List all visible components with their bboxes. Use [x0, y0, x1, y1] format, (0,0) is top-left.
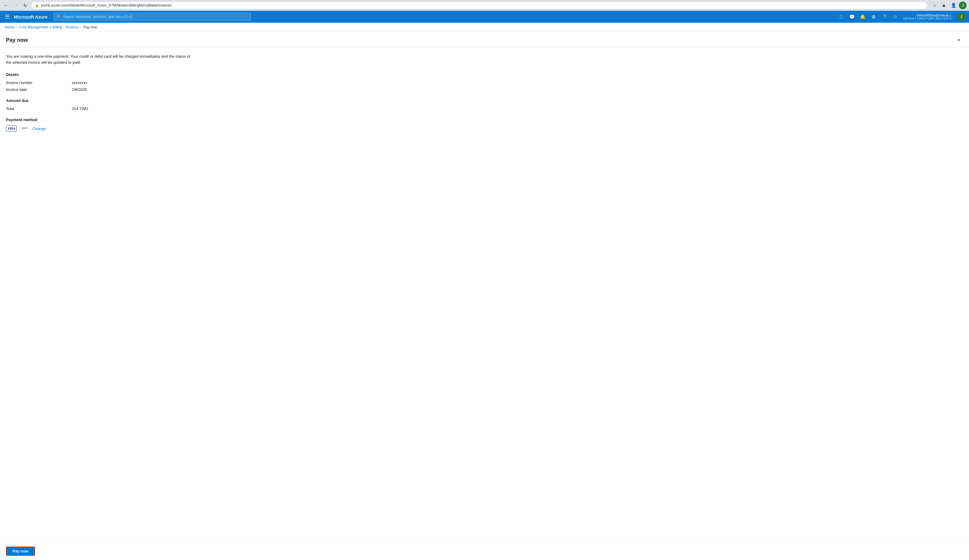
main-content: Pay now × You are making a one-time paym… — [0, 32, 969, 560]
invoice-number-row: Invoice number xxxxxxxx — [6, 80, 963, 85]
details-section: Details Invoice number xxxxxxxx Invoice … — [6, 72, 963, 92]
change-link[interactable]: Change — [32, 126, 46, 131]
pay-now-button[interactable]: Pay now — [6, 547, 35, 556]
card-dots: **** — [22, 126, 28, 131]
payment-method-section: Payment method VISA **** Change — [6, 118, 963, 131]
amount-due-section-title: Amount due — [6, 98, 963, 103]
hamburger-menu[interactable]: ☰ — [3, 12, 11, 21]
invoice-number-label: Invoice number — [6, 80, 72, 85]
user-directory: DEFAULT DIRECTORY (BILLTEST4... — [903, 17, 954, 20]
feedback-icon[interactable]: 💬 — [847, 12, 857, 22]
azure-user-avatar[interactable]: J — [957, 13, 966, 21]
feedback-smile-icon[interactable]: ☺ — [890, 12, 900, 22]
search-icon: 🔍 — [57, 15, 61, 19]
browser-toolbar: ← → ↻ 🔒 portal.azure.com/#blade/Microsof… — [0, 0, 969, 11]
breadcrumb: Home › Cost Management + Billing - Invoi… — [0, 23, 969, 32]
info-text: You are making a one-time payment. Your … — [6, 53, 191, 65]
invoice-date-row: Invoice date 2/8/2020 — [6, 87, 963, 92]
profile-icon[interactable]: 👤 — [949, 1, 957, 10]
panel-body: You are making a one-time payment. Your … — [0, 48, 969, 542]
payment-method-section-title: Payment method — [6, 118, 963, 122]
notifications-icon[interactable]: 🔔 — [858, 12, 867, 22]
close-button[interactable]: × — [955, 36, 963, 44]
refresh-button[interactable]: ↻ — [22, 2, 29, 9]
panel-footer: Pay now — [0, 542, 969, 560]
total-label: Total — [6, 106, 72, 111]
total-row: Total 314 TWD — [6, 106, 963, 111]
panel-title: Pay now — [6, 37, 28, 43]
invoice-number-value: xxxxxxxx — [72, 80, 87, 85]
address-text: portal.azure.com/#blade/Microsoft_Azure_… — [41, 3, 171, 7]
details-section-title: Details — [6, 72, 963, 77]
invoice-date-label: Invoice date — [6, 87, 72, 92]
amount-due-section: Amount due Total 314 TWD — [6, 98, 963, 111]
azure-user-info[interactable]: billtest456tw@outlook.c... DEFAULT DIREC… — [903, 13, 954, 20]
azure-search-bar[interactable]: 🔍 Search resources, services, and docs (… — [53, 13, 251, 21]
search-placeholder: Search resources, services, and docs (G+… — [63, 15, 132, 19]
address-bar[interactable]: 🔒 portal.azure.com/#blade/Microsoft_Azur… — [31, 2, 928, 9]
azure-logo: Microsoft Azure — [14, 14, 48, 20]
browser-chrome: ← → ↻ 🔒 portal.azure.com/#blade/Microsof… — [0, 0, 969, 11]
panel-header: Pay now × — [0, 32, 969, 48]
breadcrumb-home[interactable]: Home — [5, 25, 14, 29]
browser-icons: ☆ ■ 👤 J — [930, 1, 967, 10]
breadcrumb-billing[interactable]: Cost Management + Billing - Invoices — [19, 25, 78, 29]
lock-icon: 🔒 — [35, 3, 39, 7]
breadcrumb-sep-1: › — [16, 25, 17, 29]
forward-button[interactable]: → — [12, 2, 19, 9]
azure-nav: ☰ Microsoft Azure 🔍 Search resources, se… — [0, 11, 969, 23]
cloud-shell-icon[interactable]: □ — [836, 12, 846, 22]
extensions-icon[interactable]: ■ — [940, 1, 948, 10]
breadcrumb-sep-2: › — [80, 25, 82, 29]
settings-icon[interactable]: ⚙ — [869, 12, 878, 22]
help-icon[interactable]: ? — [879, 12, 889, 22]
invoice-date-value: 2/8/2020 — [72, 87, 87, 92]
payment-method-row: VISA **** Change — [6, 126, 963, 131]
total-value: 314 TWD — [72, 106, 88, 111]
back-button[interactable]: ← — [2, 2, 10, 9]
favorites-icon[interactable]: ☆ — [930, 1, 939, 10]
user-email: billtest456tw@outlook.c... — [917, 13, 954, 17]
visa-badge: VISA — [6, 126, 17, 131]
browser-user-avatar[interactable]: J — [959, 2, 967, 9]
breadcrumb-current: Pay now — [83, 25, 97, 29]
azure-nav-icons: □ 💬 🔔 ⚙ ? ☺ billtest456tw@outlook.c... D… — [836, 12, 966, 22]
